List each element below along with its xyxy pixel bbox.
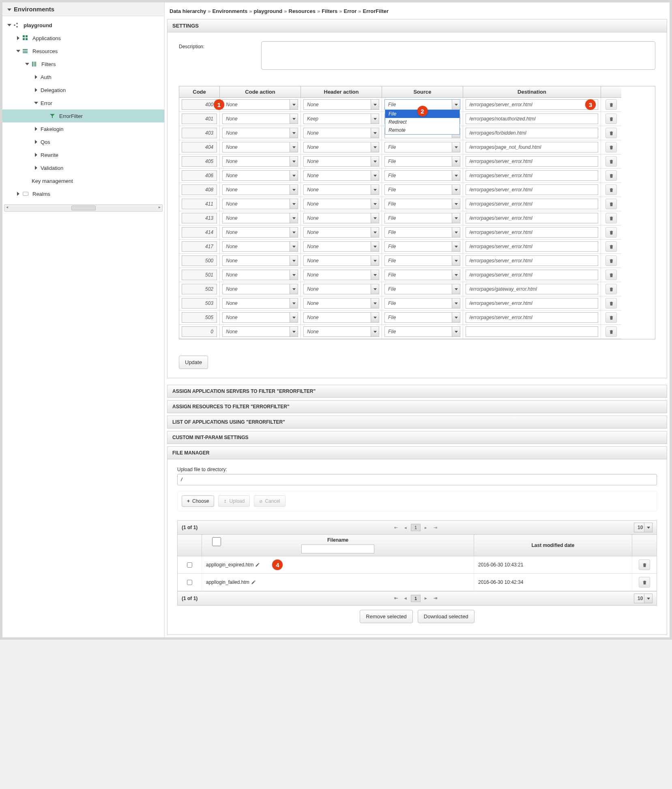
code-action-select[interactable]: None bbox=[222, 199, 298, 209]
source-select[interactable]: File bbox=[384, 156, 460, 167]
code-input[interactable] bbox=[182, 227, 217, 238]
header-action-select[interactable]: None bbox=[303, 227, 379, 238]
code-input[interactable] bbox=[182, 199, 217, 209]
tree-item-realms[interactable]: Realms bbox=[2, 187, 164, 200]
pencil-icon[interactable] bbox=[251, 580, 256, 585]
source-select[interactable]: File bbox=[384, 255, 460, 266]
delete-row-button[interactable] bbox=[605, 255, 617, 266]
delete-row-button[interactable] bbox=[605, 241, 617, 252]
breadcrumb-item[interactable]: Resources bbox=[289, 8, 316, 14]
filename-filter-input[interactable] bbox=[301, 545, 374, 553]
destination-input[interactable] bbox=[466, 298, 598, 309]
choose-button[interactable]: +Choose bbox=[182, 495, 214, 507]
header-action-select[interactable]: None bbox=[303, 326, 379, 337]
delete-row-button[interactable] bbox=[605, 184, 617, 195]
caret-down-icon[interactable] bbox=[25, 62, 29, 66]
header-action-select[interactable]: None bbox=[303, 99, 379, 110]
tree-item-rewrite[interactable]: Rewrite bbox=[2, 148, 164, 161]
destination-input[interactable] bbox=[466, 170, 598, 181]
pager-prev[interactable]: ◂ bbox=[402, 595, 409, 602]
source-select[interactable]: File bbox=[384, 312, 460, 323]
source-select[interactable]: File bbox=[384, 213, 460, 223]
destination-input[interactable] bbox=[466, 284, 598, 294]
caret-right-icon[interactable] bbox=[16, 36, 20, 40]
code-input[interactable] bbox=[182, 99, 217, 110]
breadcrumb-item[interactable]: Data hierarchy bbox=[170, 8, 206, 14]
tree-item-auth[interactable]: Auth bbox=[2, 71, 164, 84]
scrollbar-thumb[interactable] bbox=[71, 206, 96, 210]
source-select[interactable]: File bbox=[384, 284, 460, 294]
caret-down-icon[interactable] bbox=[34, 101, 38, 105]
destination-input[interactable] bbox=[466, 312, 598, 323]
sidebar-scrollbar[interactable] bbox=[4, 204, 163, 212]
destination-input[interactable] bbox=[466, 114, 598, 124]
destination-input[interactable] bbox=[466, 326, 598, 337]
code-input[interactable] bbox=[182, 312, 217, 323]
breadcrumb-item[interactable]: Filters bbox=[322, 8, 337, 14]
remove-selected-button[interactable]: Remove selected bbox=[360, 610, 412, 623]
destination-input[interactable] bbox=[466, 128, 598, 138]
tree-item-delegation[interactable]: Delegation bbox=[2, 84, 164, 96]
code-input[interactable] bbox=[182, 255, 217, 266]
destination-input[interactable] bbox=[466, 156, 598, 167]
destination-input[interactable] bbox=[466, 255, 598, 266]
header-action-select[interactable]: None bbox=[303, 170, 379, 181]
caret-down-icon[interactable] bbox=[7, 23, 11, 27]
header-action-select[interactable]: None bbox=[303, 142, 379, 152]
destination-input[interactable] bbox=[466, 227, 598, 238]
destination-input[interactable] bbox=[466, 142, 598, 152]
delete-row-button[interactable] bbox=[605, 298, 617, 309]
caret-down-icon[interactable] bbox=[16, 49, 20, 53]
header-action-select[interactable]: None bbox=[303, 156, 379, 167]
download-selected-button[interactable]: Download selected bbox=[418, 610, 474, 623]
pencil-icon[interactable] bbox=[255, 562, 260, 567]
code-action-select[interactable]: None bbox=[222, 170, 298, 181]
tree-item-resources[interactable]: Resources bbox=[2, 45, 164, 58]
code-action-select[interactable]: None bbox=[222, 284, 298, 294]
code-action-select[interactable]: None bbox=[222, 184, 298, 195]
tree-item-fakelogin[interactable]: Fakelogin bbox=[2, 122, 164, 135]
delete-file-button[interactable] bbox=[639, 560, 650, 570]
code-action-select[interactable]: None bbox=[222, 99, 298, 110]
delete-row-button[interactable] bbox=[605, 270, 617, 280]
tree-item-errorfilter[interactable]: ErrorFilter bbox=[2, 109, 164, 122]
header-action-select[interactable]: None bbox=[303, 213, 379, 223]
pager-current[interactable]: 1 bbox=[411, 524, 421, 531]
header-action-select[interactable]: None bbox=[303, 255, 379, 266]
header-action-select[interactable]: None bbox=[303, 128, 379, 138]
code-input[interactable] bbox=[182, 142, 217, 152]
caret-right-icon[interactable] bbox=[34, 88, 38, 92]
dropdown-option[interactable]: Redirect bbox=[385, 118, 459, 126]
file-select-checkbox[interactable] bbox=[187, 580, 192, 585]
caret-right-icon[interactable] bbox=[34, 75, 38, 79]
source-select[interactable]: File bbox=[384, 227, 460, 238]
code-action-select[interactable]: None bbox=[222, 312, 298, 323]
header-action-select[interactable]: None bbox=[303, 241, 379, 252]
code-input[interactable] bbox=[182, 170, 217, 181]
code-action-select[interactable]: None bbox=[222, 326, 298, 337]
delete-row-button[interactable] bbox=[605, 326, 617, 337]
code-input[interactable] bbox=[182, 241, 217, 252]
header-action-select[interactable]: None bbox=[303, 270, 379, 280]
destination-input[interactable] bbox=[466, 99, 598, 110]
code-action-select[interactable]: None bbox=[222, 227, 298, 238]
breadcrumb-item[interactable]: Environments bbox=[213, 8, 248, 14]
delete-row-button[interactable] bbox=[605, 114, 617, 124]
upload-path-input[interactable] bbox=[177, 474, 657, 485]
code-input[interactable] bbox=[182, 213, 217, 223]
header-action-select[interactable]: None bbox=[303, 312, 379, 323]
code-input[interactable] bbox=[182, 184, 217, 195]
update-button[interactable]: Update bbox=[179, 356, 208, 369]
pager-first[interactable]: ⇤ bbox=[392, 524, 400, 531]
code-input[interactable] bbox=[182, 298, 217, 309]
code-action-select[interactable]: None bbox=[222, 298, 298, 309]
source-select[interactable]: File bbox=[384, 184, 460, 195]
pager-last[interactable]: ⇥ bbox=[431, 524, 440, 531]
accordion-header[interactable]: CUSTOM INIT-PARAM SETTINGS bbox=[167, 431, 667, 444]
pager-first[interactable]: ⇤ bbox=[392, 595, 400, 602]
file-select-checkbox[interactable] bbox=[187, 562, 192, 568]
breadcrumb-item[interactable]: playground bbox=[253, 8, 282, 14]
tree-item-applications[interactable]: Applications bbox=[2, 32, 164, 45]
sidebar-header[interactable]: Environments bbox=[2, 2, 164, 16]
header-action-select[interactable]: None bbox=[303, 199, 379, 209]
